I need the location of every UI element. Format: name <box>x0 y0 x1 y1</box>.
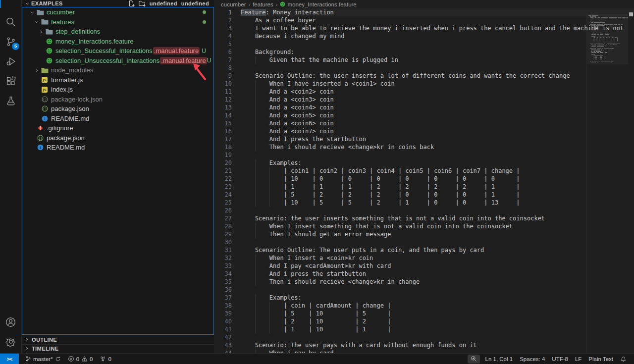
folder-node-icon <box>41 67 49 73</box>
minimap-segment <box>615 40 615 41</box>
minimap-segment <box>606 38 606 39</box>
indent-guide <box>255 127 256 135</box>
line-number: 7 <box>214 56 232 64</box>
indentation-item[interactable]: Spaces: 4 <box>516 354 548 364</box>
activity-item-account[interactable] <box>0 312 21 332</box>
minimap[interactable] <box>586 14 628 353</box>
tree-item-package-json[interactable]: {}package.json <box>22 133 213 143</box>
language-mode-item-label: Plain Text <box>588 356 613 362</box>
breadcrumb-item[interactable]: cucumber <box>221 1 246 7</box>
tree-item-cucumber[interactable]: cucumber <box>22 7 213 17</box>
activity-item-extensions[interactable] <box>0 71 21 91</box>
minimap-segment <box>610 45 611 45</box>
minimap-segment <box>597 26 598 27</box>
breadcrumb-item[interactable]: money_Interactions.feature <box>280 1 356 7</box>
minimap-segment <box>594 27 596 28</box>
tree-item-node-modules[interactable]: node_modules <box>22 65 213 75</box>
extensions-icon <box>5 76 16 87</box>
breadcrumb-item[interactable]: features <box>253 1 273 7</box>
code-line: And i press the startbutton <box>241 270 634 278</box>
indent-guide <box>255 310 256 317</box>
tree-item--gitignore[interactable]: .gitignore <box>22 123 213 133</box>
code-line: | coin | cardAmount | change | <box>241 302 634 310</box>
minimap-segment <box>596 33 597 33</box>
remote-indicator[interactable]: >< <box>0 354 19 364</box>
minimap-segment <box>594 62 595 62</box>
indent-guide <box>255 183 256 191</box>
indent-guide <box>255 88 256 96</box>
tree-item-money-interactions-feature[interactable]: money_Interactions.feature <box>22 37 213 47</box>
tree-item-readme-md[interactable]: iREADME.md <box>22 114 213 124</box>
cursor-position-item-label: Ln 1, Col 1 <box>485 356 513 362</box>
language-mode-item[interactable]: Plain Text <box>585 354 617 364</box>
minimap-segment <box>596 51 597 52</box>
activity-item-settings[interactable] <box>0 332 21 352</box>
file-tree: cucumberfeaturesstep_definitionsmoney_In… <box>22 7 214 335</box>
minimap-segment <box>609 17 610 18</box>
indent-guide <box>255 222 256 230</box>
indent-guide <box>255 96 256 104</box>
collapse-folders-icon: undefined <box>181 0 209 6</box>
new-folder-button[interactable] <box>139 0 146 7</box>
panel-header-outline[interactable]: OUTLINE <box>22 335 214 344</box>
notifications-item[interactable] <box>617 354 630 364</box>
tree-item-features[interactable]: features <box>22 17 213 27</box>
refresh-explorer-button[interactable]: undefined <box>150 0 177 7</box>
panel-header-timeline[interactable]: TIMELINE <box>22 344 214 354</box>
panel-label: OUTLINE <box>32 337 57 343</box>
new-file-button[interactable] <box>128 0 135 7</box>
tree-item-selection-successful-interactions[interactable]: selection_Successful_Interactions.manual… <box>22 46 213 56</box>
minimap-segment <box>607 44 608 44</box>
tree-item-step-definitions[interactable]: step_definitions <box>22 27 213 37</box>
code-content[interactable]: Feature: Money interaction As a coffee b… <box>241 8 634 353</box>
tree-item-label: package.json <box>47 134 85 142</box>
tree-item-index-js[interactable]: JSindex.js <box>22 85 213 95</box>
minimap-segment <box>604 48 606 49</box>
minimap-segment <box>620 17 621 18</box>
minimap-segment <box>613 17 614 18</box>
tree-item-package-json[interactable]: {}package.json <box>22 104 213 114</box>
collapse-folders-button[interactable]: undefined <box>181 0 209 7</box>
minimap-segment <box>600 34 604 34</box>
minimap-segment <box>591 34 593 34</box>
line-number: 27 <box>214 214 232 222</box>
tree-item-package-lock-json[interactable]: {}package-lock.json <box>22 95 213 104</box>
activity-item-run-debug[interactable] <box>0 52 21 71</box>
minimap-segment <box>597 42 597 42</box>
indent-guide <box>269 302 270 310</box>
git-untracked-badge: U <box>202 48 213 54</box>
activity-item-search[interactable] <box>0 12 21 32</box>
indent-guide <box>255 270 256 278</box>
minimap-segment <box>603 45 604 45</box>
explorer-section-header[interactable]: EXAMPLES undefinedundefined <box>22 0 214 7</box>
vertical-scrollbar[interactable] <box>628 8 634 353</box>
cursor-position-item[interactable]: Ln 1, Col 1 <box>482 354 517 364</box>
zoom-status-item[interactable] <box>468 355 480 364</box>
activity-item-testing[interactable] <box>0 91 21 111</box>
tree-item-formatter-js[interactable]: JSformatter.js <box>22 75 213 85</box>
code-area[interactable]: 1234567891011121314151617181920212223242… <box>214 8 634 353</box>
problems-status-item[interactable]: 00 <box>64 354 97 364</box>
branch-status-item[interactable]: master* <box>22 354 64 364</box>
filename-match-highlight: .manual.feature <box>160 57 207 64</box>
activity-item-source-control[interactable]: 5 <box>0 32 21 52</box>
minimap-segment <box>603 61 606 61</box>
minimap-segment <box>610 24 612 25</box>
line-number: 30 <box>214 238 232 246</box>
indent-guide <box>269 167 270 175</box>
encoding-item[interactable]: UTF-8 <box>548 354 572 364</box>
chevron-down-icon <box>23 1 31 6</box>
minimap-segment <box>594 49 596 50</box>
tree-item-readme-md[interactable]: iREADME.md <box>22 143 213 153</box>
filename-match-highlight: .manual.feature <box>153 47 200 54</box>
folder-icon <box>36 9 44 15</box>
ports-status-item[interactable]: 0 <box>96 354 114 364</box>
eol-item[interactable]: LF <box>572 354 585 364</box>
code-line <box>241 333 634 341</box>
tree-item-selection-unsuccessful-interactions[interactable]: selection_Unsuccessful_Interactions.manu… <box>22 56 213 66</box>
cucumber-icon <box>280 1 285 7</box>
line-number: 40 <box>214 317 232 325</box>
svg-text:{}: {} <box>43 98 47 102</box>
indent-guide <box>269 199 270 207</box>
tree-item-label: package.json <box>51 105 89 112</box>
